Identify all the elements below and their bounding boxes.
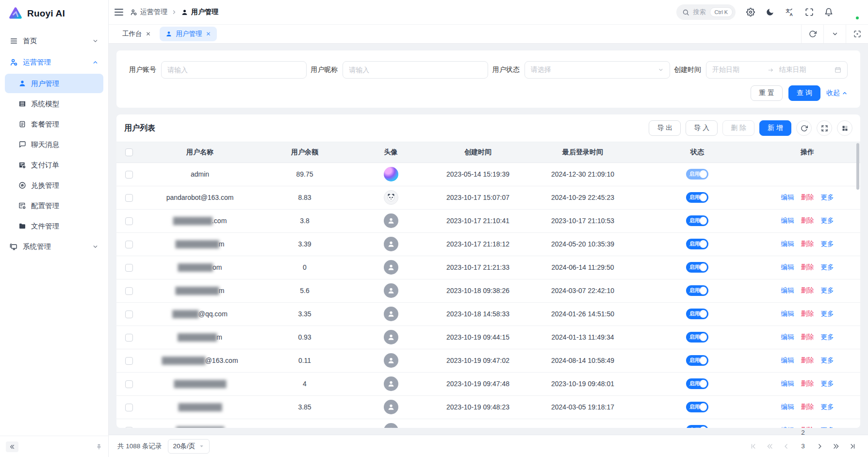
edit-link[interactable]: 编辑 — [781, 403, 794, 410]
prev-5-pages-button[interactable] — [763, 440, 777, 453]
delete-link[interactable]: 删除 — [801, 287, 814, 294]
content-fullscreen-icon[interactable] — [846, 25, 868, 43]
more-link[interactable]: 更多 — [821, 333, 834, 341]
collapse-filters-link[interactable]: 收起 — [826, 89, 848, 98]
tab-menu-chevron-icon[interactable] — [823, 25, 846, 43]
reset-button[interactable]: 重 置 — [751, 85, 783, 101]
row-checkbox[interactable] — [125, 287, 133, 295]
sidebar-item-home[interactable]: 首页 — [5, 31, 103, 50]
first-page-button[interactable] — [747, 440, 760, 453]
status-toggle[interactable]: 启用 — [686, 425, 708, 428]
status-toggle[interactable]: 启用 — [686, 215, 708, 226]
tab-workbench[interactable]: 工作台 ✕ — [116, 27, 157, 41]
date-range-picker[interactable]: 开始日期 结束日期 — [706, 61, 848, 79]
search-button[interactable]: 查 询 — [788, 85, 820, 101]
sidebar-item-chat-messages[interactable]: 聊天消息 — [5, 135, 103, 154]
close-icon[interactable]: ✕ — [206, 31, 211, 37]
more-link[interactable]: 更多 — [821, 217, 834, 224]
row-checkbox[interactable] — [125, 334, 133, 342]
more-link[interactable]: 更多 — [821, 380, 834, 387]
sidebar-item-user-management[interactable]: 用户管理 — [5, 74, 103, 93]
notifications-bell-icon[interactable] — [824, 8, 833, 16]
status-select[interactable]: 请选择 — [524, 61, 670, 79]
pin-icon[interactable] — [96, 443, 102, 450]
sidebar-item-config-management[interactable]: 配置管理 — [5, 196, 103, 215]
page-size-select[interactable]: 20条/页 — [168, 439, 210, 454]
delete-link[interactable]: 删除 — [801, 310, 814, 317]
prev-page-button[interactable] — [780, 440, 793, 453]
more-link[interactable]: 更多 — [821, 287, 834, 294]
more-link[interactable]: 更多 — [821, 426, 834, 428]
fullscreen-icon[interactable] — [805, 8, 814, 16]
sidebar-item-redeem-management[interactable]: 兑换管理 — [5, 176, 103, 195]
table-refresh-icon[interactable] — [796, 120, 812, 136]
status-toggle[interactable]: 启用 — [686, 378, 708, 389]
row-checkbox[interactable] — [125, 217, 133, 225]
row-checkbox[interactable] — [125, 241, 133, 248]
row-checkbox[interactable] — [125, 427, 133, 428]
row-checkbox[interactable] — [125, 194, 133, 202]
delete-link[interactable]: 删除 — [801, 194, 814, 201]
edit-link[interactable]: 编辑 — [781, 310, 794, 317]
status-toggle[interactable]: 启用 — [686, 332, 708, 343]
row-checkbox[interactable] — [125, 404, 133, 411]
table-scrollbar-thumb[interactable] — [856, 143, 859, 190]
delete-link[interactable]: 删除 — [801, 357, 814, 364]
status-toggle[interactable]: 启用 — [686, 355, 708, 366]
add-button[interactable]: 新 增 — [759, 120, 791, 136]
edit-link[interactable]: 编辑 — [781, 240, 794, 247]
status-toggle[interactable]: 启用 — [686, 402, 708, 412]
row-checkbox[interactable] — [125, 264, 133, 272]
breadcrumb-users[interactable]: 用户管理 — [181, 8, 218, 16]
status-toggle[interactable]: 启用 — [686, 262, 708, 273]
edit-link[interactable]: 编辑 — [781, 194, 794, 201]
import-button[interactable]: 导 入 — [686, 120, 718, 136]
row-checkbox[interactable] — [125, 171, 133, 179]
sidebar-item-plan-management[interactable]: 套餐管理 — [5, 114, 103, 134]
sidebar-item-system[interactable]: 系统管理 — [5, 237, 103, 256]
next-5-pages-button[interactable] — [829, 440, 843, 453]
language-translate-icon[interactable]: 文A — [785, 8, 794, 17]
more-link[interactable]: 更多 — [821, 310, 834, 317]
more-link[interactable]: 更多 — [821, 357, 834, 364]
edit-link[interactable]: 编辑 — [781, 333, 794, 341]
next-page-button[interactable] — [813, 440, 826, 453]
settings-gear-icon[interactable] — [746, 8, 755, 16]
global-search[interactable]: 搜索 Ctrl K — [676, 4, 736, 20]
more-link[interactable]: 更多 — [821, 263, 834, 271]
sidebar-collapse-button[interactable] — [6, 441, 18, 452]
sidebar-item-file-management[interactable]: 文件管理 — [5, 216, 103, 236]
delete-link[interactable]: 删除 — [801, 380, 814, 387]
export-button[interactable]: 导 出 — [649, 120, 681, 136]
table-fullscreen-icon[interactable] — [817, 120, 832, 136]
delete-link[interactable]: 删除 — [801, 217, 814, 224]
status-toggle[interactable]: 启用 — [686, 169, 708, 180]
edit-link[interactable]: 编辑 — [781, 380, 794, 387]
sidebar-toggle-icon[interactable] — [115, 9, 123, 16]
page-button-4[interactable]: 4 — [796, 453, 810, 457]
delete-link[interactable]: 删除 — [801, 333, 814, 341]
close-icon[interactable]: ✕ — [146, 31, 151, 37]
dark-mode-moon-icon[interactable] — [766, 8, 774, 16]
delete-link[interactable]: 删除 — [801, 403, 814, 410]
edit-link[interactable]: 编辑 — [781, 357, 794, 364]
status-toggle[interactable]: 启用 — [686, 285, 708, 296]
edit-link[interactable]: 编辑 — [781, 426, 794, 428]
delete-link[interactable]: 删除 — [801, 426, 814, 428]
last-page-button[interactable] — [846, 440, 859, 453]
sidebar-item-payment-orders[interactable]: 支付订单 — [5, 155, 103, 175]
column-settings-grid-icon[interactable] — [837, 120, 852, 136]
more-link[interactable]: 更多 — [821, 403, 834, 410]
select-all-checkbox[interactable] — [125, 148, 133, 156]
status-toggle[interactable]: 启用 — [686, 192, 708, 203]
row-checkbox[interactable] — [125, 310, 133, 318]
delete-link[interactable]: 删除 — [801, 240, 814, 247]
page-button-3[interactable]: 3 — [796, 440, 810, 453]
delete-link[interactable]: 删除 — [801, 263, 814, 271]
status-toggle[interactable]: 启用 — [686, 239, 708, 249]
row-checkbox[interactable] — [125, 357, 133, 365]
edit-link[interactable]: 编辑 — [781, 263, 794, 271]
account-input[interactable] — [161, 61, 307, 79]
tab-refresh-icon[interactable] — [801, 25, 823, 43]
more-link[interactable]: 更多 — [821, 240, 834, 247]
